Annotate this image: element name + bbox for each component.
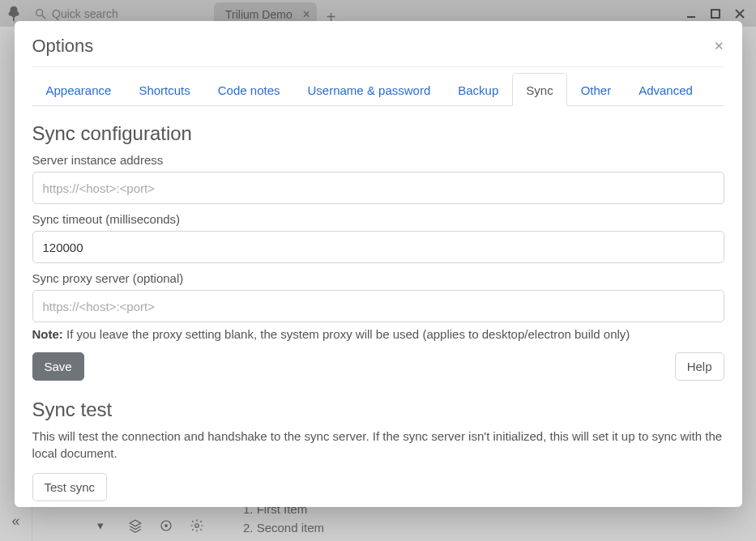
options-tabbar: Appearance Shortcuts Code notes Username… [32, 72, 724, 106]
sync-test-heading: Sync test [32, 398, 724, 421]
server-address-label: Server instance address [32, 153, 724, 167]
sync-timeout-input[interactable] [32, 231, 724, 263]
note-prefix: Note: [32, 327, 63, 341]
tab-shortcuts[interactable]: Shortcuts [125, 73, 203, 106]
help-button[interactable]: Help [675, 352, 724, 381]
options-dialog: Options ✕ Appearance Shortcuts Code note… [15, 21, 742, 507]
proxy-input[interactable] [32, 290, 724, 322]
note-text: If you leave the proxy setting blank, th… [63, 327, 630, 341]
tab-username-password[interactable]: Username & password [294, 73, 445, 106]
proxy-label: Sync proxy server (optional) [32, 271, 724, 285]
sync-pane: Sync configuration Server instance addre… [32, 106, 724, 501]
tab-sync[interactable]: Sync [512, 73, 566, 106]
sync-timeout-label: Sync timeout (milliseconds) [32, 212, 724, 226]
proxy-note: Note: If you leave the proxy setting bla… [32, 327, 724, 341]
modal-overlay: Options ✕ Appearance Shortcuts Code note… [0, 0, 756, 541]
dialog-header: Options ✕ [32, 36, 724, 67]
test-sync-button[interactable]: Test sync [32, 473, 108, 501]
tab-code-notes[interactable]: Code notes [204, 73, 294, 106]
tab-backup[interactable]: Backup [444, 73, 512, 106]
dialog-title: Options [32, 36, 94, 57]
server-address-input[interactable] [32, 172, 724, 204]
sync-test-description: This will test the connection and handsh… [32, 428, 724, 462]
sync-config-heading: Sync configuration [32, 122, 724, 145]
tab-appearance[interactable]: Appearance [32, 73, 126, 106]
sync-config-buttons: Save Help [32, 352, 724, 381]
tab-advanced[interactable]: Advanced [625, 73, 707, 106]
save-button[interactable]: Save [32, 352, 84, 381]
dialog-close-button[interactable]: ✕ [714, 39, 724, 53]
tab-other[interactable]: Other [567, 73, 626, 106]
